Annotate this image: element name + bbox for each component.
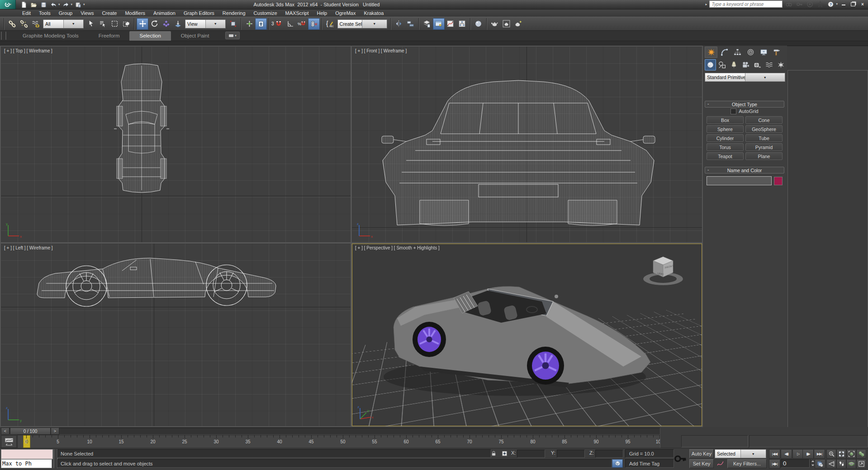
infocenter-collapse-icon[interactable]: ▸ (705, 2, 707, 6)
menu-edit[interactable]: Edit (18, 9, 35, 17)
select-and-place-button[interactable] (172, 18, 184, 30)
mini-curve-editor-button[interactable] (1, 435, 17, 448)
close-button[interactable]: × (859, 1, 866, 7)
tab-display[interactable] (757, 47, 770, 58)
spinner-snap-button[interactable] (308, 18, 320, 30)
zoom-extents-selected-button[interactable] (846, 449, 856, 459)
zoom-button[interactable] (826, 449, 836, 459)
project-caret-icon[interactable]: ▾ (83, 3, 85, 6)
tab-motion[interactable] (744, 47, 757, 58)
autogrid-checkbox[interactable] (730, 108, 736, 114)
mirror-button[interactable] (393, 18, 405, 30)
object-color-swatch[interactable] (774, 177, 783, 185)
previous-frame-button[interactable]: ◀▮ (781, 449, 792, 459)
category-helpers[interactable] (752, 59, 763, 70)
viewcube[interactable]: LEFT FRONT (637, 250, 689, 293)
time-slider-next-button[interactable]: > (51, 428, 59, 435)
category-space-warps[interactable] (764, 59, 775, 70)
auto-key-button[interactable]: Auto Key (689, 449, 714, 458)
restore-button[interactable] (849, 1, 857, 7)
time-configuration-button[interactable] (815, 459, 825, 469)
geometry-category-dropdown[interactable]: Standard Primitives▼ (705, 73, 785, 82)
ribbon-tab-freeform[interactable]: Freeform (89, 31, 130, 41)
license-key-icon[interactable] (795, 0, 803, 8)
zoom-extents-all-button[interactable] (856, 449, 866, 459)
window-crossing-toggle-button[interactable] (120, 18, 132, 30)
ribbon-minimize-dropdown[interactable]: ▾ (225, 32, 240, 39)
viewport-top[interactable]: [ + ] [ Top ] [ Wireframe ] x y (1, 47, 351, 242)
rendered-frame-window-button[interactable] (501, 18, 512, 30)
select-and-manipulate-button[interactable] (243, 18, 255, 30)
viewport-perspective-label[interactable]: [ + ] [ Perspective ] [ Smooth + Highlig… (355, 245, 440, 250)
primitive-cone[interactable]: Cone (745, 116, 783, 124)
menu-maxscript[interactable]: MAXScript (281, 9, 313, 17)
viewport-front-label[interactable]: [ + ] [ Front ] [ Wireframe ] (355, 48, 407, 53)
category-geometry[interactable] (705, 59, 716, 70)
percent-snap-button[interactable]: % (296, 18, 308, 30)
car-top-wireframe[interactable] (1, 47, 351, 242)
primitive-cylinder[interactable]: Cylinder (707, 134, 744, 142)
go-to-end-button[interactable]: ▶▶| (814, 449, 825, 459)
angle-snap-button[interactable] (285, 18, 296, 30)
unlink-selection-button[interactable] (18, 18, 30, 30)
menu-krakatoa[interactable]: Krakatoa (360, 9, 388, 17)
redo-button[interactable] (62, 1, 70, 8)
current-frame-field[interactable] (781, 459, 810, 468)
menu-group[interactable]: Group (55, 9, 77, 17)
undo-button[interactable] (49, 1, 57, 8)
viewport-top-label[interactable]: [ + ] [ Top ] [ Wireframe ] (4, 48, 52, 53)
key-mode-dropdown[interactable]: Selected▼ (715, 449, 766, 458)
ribbon-tab-object-paint[interactable]: Object Paint (171, 31, 219, 41)
reference-coordinate-system-dropdown[interactable]: View▼ (185, 19, 226, 28)
menu-help[interactable]: Help (313, 9, 332, 17)
time-slider-handle[interactable]: 0 / 100 (10, 428, 51, 435)
menu-customize[interactable]: Customize (250, 9, 281, 17)
car-front-wireframe[interactable] (352, 47, 702, 242)
primitive-geosphere[interactable]: GeoSphere (745, 125, 783, 133)
communication-center-icon[interactable] (806, 0, 814, 8)
maxscript-mini-listener[interactable]: Max to Ph (1, 459, 52, 468)
isolate-selection-toggle[interactable] (612, 459, 623, 468)
timeline-ruler[interactable]: 0 05101520253035404550556065707580859095… (17, 435, 660, 448)
car-left-wireframe[interactable] (1, 244, 351, 426)
primitive-plane[interactable]: Plane (745, 152, 783, 160)
minimize-button[interactable] (840, 1, 847, 7)
schematic-view-button[interactable] (456, 18, 468, 30)
select-and-move-button[interactable] (137, 18, 148, 30)
use-pivot-point-center-button[interactable] (227, 18, 239, 30)
primitive-sphere[interactable]: Sphere (707, 125, 744, 133)
set-key-button[interactable]: Set Key (689, 459, 714, 468)
menu-ogremax[interactable]: OgreMax (331, 9, 360, 17)
favorites-star-icon[interactable] (816, 0, 824, 8)
render-production-button[interactable] (512, 18, 524, 30)
search-binoculars-icon[interactable] (785, 0, 793, 8)
new-scene-button[interactable] (19, 1, 28, 8)
help-caret-icon[interactable]: ▾ (836, 2, 838, 6)
viewport-left-label[interactable]: [ + ] [ Left ] [ Wireframe ] (4, 245, 53, 250)
y-coordinate-field[interactable] (557, 450, 585, 458)
tab-modify[interactable] (718, 47, 730, 58)
keyboard-shortcut-override-button[interactable] (255, 18, 267, 30)
select-and-scale-button[interactable] (160, 18, 172, 30)
rectangular-selection-region-button[interactable] (109, 18, 120, 30)
tab-create[interactable] (705, 47, 717, 58)
viewport-perspective[interactable]: [ + ] [ Perspective ] [ Smooth + Highlig… (352, 244, 702, 426)
menu-rendering[interactable]: Rendering (218, 9, 250, 17)
open-file-button[interactable] (29, 1, 38, 8)
set-keys-button[interactable] (673, 450, 688, 467)
curve-editor-button[interactable] (445, 18, 456, 30)
next-frame-button[interactable]: ▮▶ (802, 449, 814, 459)
save-file-button[interactable] (39, 1, 47, 8)
primitive-tube[interactable]: Tube (745, 134, 783, 142)
manage-layers-button[interactable] (421, 18, 433, 30)
maximize-viewport-toggle-button[interactable] (856, 459, 866, 469)
menu-animation[interactable]: Animation (149, 9, 180, 17)
primitive-box[interactable]: Box (707, 116, 744, 124)
tab-hierarchy[interactable] (731, 47, 744, 58)
redo-caret-icon[interactable]: ▾ (71, 3, 73, 6)
object-type-rollout-header[interactable]: -Object Type (705, 101, 784, 108)
select-object-button[interactable] (85, 18, 97, 30)
named-selection-sets-dropdown[interactable]: Create Selection Se▼ (337, 19, 387, 28)
help-icon[interactable] (826, 0, 835, 8)
orbit-button[interactable] (846, 459, 856, 469)
